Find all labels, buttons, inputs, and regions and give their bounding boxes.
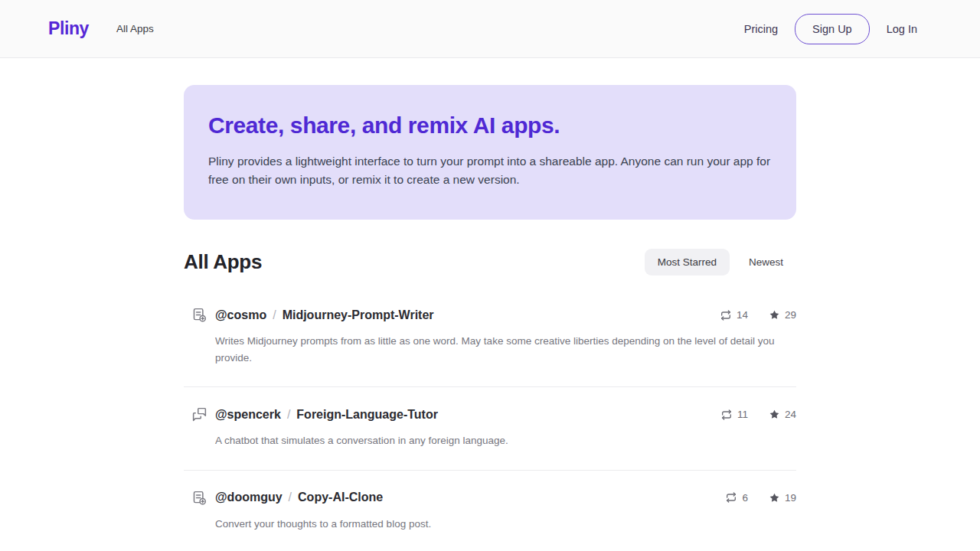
app-description: A chatbot that simulates a conversation … xyxy=(215,432,786,449)
note-add-icon xyxy=(191,490,207,506)
remix-icon xyxy=(720,309,732,321)
app-description: Convert your thoughts to a formatted blo… xyxy=(215,516,786,533)
app-owner[interactable]: @spencerk xyxy=(215,408,281,422)
app-name[interactable]: Foreign-Language-Tutor xyxy=(296,408,438,422)
sort-most-starred-button[interactable]: Most Starred xyxy=(645,249,730,276)
pliny-logo[interactable]: Pliny xyxy=(48,18,89,39)
app-list: @cosmo / Midjourney-Prompt-Writer 14 29 … xyxy=(184,288,796,551)
all-apps-section-header: All Apps Most Starred Newest xyxy=(184,249,796,276)
log-in-link[interactable]: Log In xyxy=(887,23,917,35)
remix-icon xyxy=(725,491,737,504)
app-stats: 6 19 xyxy=(725,491,796,504)
star-icon xyxy=(769,309,780,321)
main-content: Create, share, and remix AI apps. Pliny … xyxy=(184,85,796,551)
star-count: 19 xyxy=(769,492,796,504)
remix-count: 6 xyxy=(725,491,748,504)
chat-icon xyxy=(191,406,207,422)
app-stats: 14 29 xyxy=(720,309,796,321)
app-name[interactable]: Copy-AI-Clone xyxy=(298,491,383,504)
star-count: 29 xyxy=(769,309,796,321)
app-title-link[interactable]: @doomguy / Copy-AI-Clone xyxy=(215,491,383,504)
app-row-foreign-language-tutor: @spencerk / Foreign-Language-Tutor 11 24… xyxy=(184,387,796,471)
star-icon xyxy=(769,492,780,504)
remix-count: 11 xyxy=(720,409,748,421)
app-title-link[interactable]: @cosmo / Midjourney-Prompt-Writer xyxy=(215,308,434,322)
star-count: 24 xyxy=(769,409,796,420)
pricing-link[interactable]: Pricing xyxy=(744,23,778,35)
app-row-copy-ai-clone: @doomguy / Copy-AI-Clone 6 19 Convert yo… xyxy=(184,471,796,551)
app-name[interactable]: Midjourney-Prompt-Writer xyxy=(283,308,434,322)
app-title-link[interactable]: @spencerk / Foreign-Language-Tutor xyxy=(215,408,438,422)
app-description: Writes Midjourney prompts from as little… xyxy=(215,333,786,366)
nav-right-group: Pricing Sign Up Log In xyxy=(744,14,917,44)
sort-toggle: Most Starred Newest xyxy=(645,249,796,276)
all-apps-heading: All Apps xyxy=(184,250,262,274)
title-separator: / xyxy=(289,491,292,504)
hero-title: Create, share, and remix AI apps. xyxy=(208,112,772,139)
sign-up-button[interactable]: Sign Up xyxy=(795,14,870,44)
app-owner[interactable]: @cosmo xyxy=(215,308,266,322)
star-icon xyxy=(769,409,780,420)
top-navigation-bar: Pliny All Apps Pricing Sign Up Log In xyxy=(0,0,980,58)
title-separator: / xyxy=(273,308,276,322)
remix-icon xyxy=(720,409,733,421)
sort-newest-button[interactable]: Newest xyxy=(736,249,796,276)
nav-all-apps-link[interactable]: All Apps xyxy=(116,23,154,34)
hero-banner: Create, share, and remix AI apps. Pliny … xyxy=(184,85,796,220)
title-separator: / xyxy=(287,408,290,422)
note-add-icon xyxy=(191,307,207,323)
remix-count: 14 xyxy=(720,309,748,321)
hero-description: Pliny provides a lightweight interface t… xyxy=(208,152,771,189)
app-owner[interactable]: @doomguy xyxy=(215,491,283,504)
app-row-midjourney-prompt-writer: @cosmo / Midjourney-Prompt-Writer 14 29 … xyxy=(184,288,796,387)
app-stats: 11 24 xyxy=(720,409,796,421)
